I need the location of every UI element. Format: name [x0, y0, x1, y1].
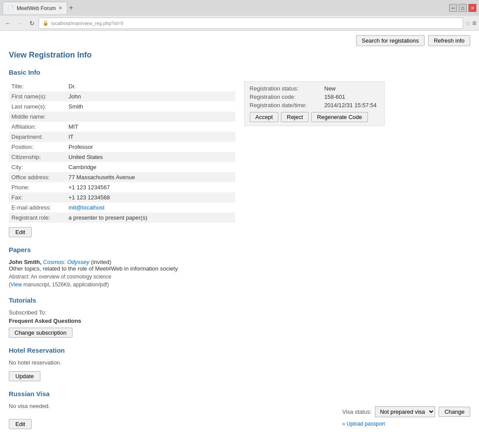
refresh-button[interactable]: ↻: [27, 19, 37, 28]
field-label-1: First name(s):: [9, 91, 66, 101]
registration-status-col: Registration status: New Registration co…: [244, 81, 471, 237]
no-hotel-text: No hotel reservation.: [9, 359, 470, 366]
reg-datetime-value: 2014/12/31 15:57:54: [324, 102, 377, 108]
tab-icon: 📄: [7, 5, 14, 11]
minimize-button[interactable]: ─: [449, 4, 457, 12]
maximize-button[interactable]: □: [459, 4, 467, 12]
lock-icon: 🔒: [43, 20, 49, 26]
paper-topic: Other topics, related to the role of Mee…: [9, 265, 470, 272]
tutorial-name: Frequent Asked Questions: [9, 318, 470, 324]
upload-passport-link[interactable]: » Upload passport: [342, 421, 385, 427]
tutorials-content: Subscribed To: Frequent Asked Questions …: [9, 309, 470, 338]
field-value-2: Smith: [66, 101, 235, 112]
visa-status-select[interactable]: Not prepared visa: [375, 406, 435, 417]
basic-info-left: Title:Dr.First name(s):JohnLast name(s):…: [9, 81, 235, 237]
field-value-1: John: [66, 91, 235, 101]
russian-visa-content: No visa needed. Edit Visa status: Not pr…: [9, 403, 470, 429]
field-label-11: Fax:: [9, 192, 66, 202]
field-label-0: Title:: [9, 81, 66, 91]
page-title: View Registration Info: [9, 51, 470, 60]
edit-basic-info-button[interactable]: Edit: [9, 227, 32, 237]
field-label-13: Registrant role:: [9, 213, 66, 223]
accept-button[interactable]: Accept: [250, 112, 279, 122]
reg-status-row: Registration status: New: [250, 85, 379, 92]
abstract-text: An overview of cosmology science: [31, 274, 111, 280]
paper-invited: (invited): [91, 259, 111, 265]
abstract-label: Abstract:: [9, 274, 29, 280]
forward-button[interactable]: →: [15, 19, 25, 28]
field-label-7: Citizenship:: [9, 152, 66, 162]
hotel-section-title: Hotel Reservation: [9, 347, 470, 354]
basic-info-table: Title:Dr.First name(s):JohnLast name(s):…: [9, 81, 235, 223]
tab-close-button[interactable]: ✕: [58, 5, 62, 11]
hotel-update-button[interactable]: Update: [9, 371, 40, 381]
field-value-4: MIT: [66, 122, 235, 132]
back-button[interactable]: ←: [3, 19, 13, 28]
browser-tab[interactable]: 📄 MeetWeb Forum ✕: [3, 2, 67, 14]
field-label-8: City:: [9, 162, 66, 172]
field-value-6: Professor: [66, 142, 235, 152]
paper-title: Cosmos: Odyssey: [43, 259, 89, 265]
reg-datetime-label: Registration date/time:: [250, 102, 320, 108]
reg-code-row: Registration code: 158-601: [250, 94, 379, 100]
address-bar[interactable]: 🔒 localhost/man/view_reg.php?id=9: [39, 18, 463, 29]
new-tab-button[interactable]: +: [69, 4, 73, 12]
subscribed-to-label: Subscribed To:: [9, 309, 470, 316]
reg-status-value: New: [324, 85, 336, 92]
paper-author: John Smith,: [9, 259, 41, 265]
visa-status-label: Visa status:: [342, 408, 371, 415]
field-value-8: Cambridge: [66, 162, 235, 172]
field-value-5: IT: [66, 132, 235, 142]
hotel-content: No hotel reservation. Update: [9, 359, 470, 381]
registration-status-box: Registration status: New Registration co…: [244, 81, 385, 126]
tab-label: MeetWeb Forum: [17, 5, 56, 11]
view-manuscript-link[interactable]: View: [11, 282, 22, 288]
field-value-12: mit@localhost: [66, 202, 235, 213]
field-value-0: Dr.: [66, 81, 235, 91]
reg-status-label: Registration status:: [250, 85, 320, 92]
visa-status-row: Visa status: Not prepared visa Change: [342, 406, 470, 417]
top-action-buttons: Search for registations Refresh info: [9, 35, 470, 46]
page-content: Search for registations Refresh info Vie…: [0, 31, 479, 448]
field-label-2: Last name(s):: [9, 101, 66, 112]
paper-abstract: Abstract: An overview of cosmology scien…: [9, 274, 470, 280]
field-label-12: E-mail address:: [9, 202, 66, 213]
field-value-9: 77 Massachusetts Avenue: [66, 172, 235, 182]
menu-icon[interactable]: ≡: [472, 19, 476, 27]
paper-author-line: John Smith, Cosmos: Odyssey (invited): [9, 259, 470, 265]
russian-visa-section-title: Russian Visa: [9, 390, 470, 397]
field-label-4: Affiliation:: [9, 122, 66, 132]
field-value-10: +1 123 1234567: [66, 182, 235, 192]
paper-entry: John Smith, Cosmos: Odyssey (invited) Ot…: [9, 259, 470, 288]
refresh-info-button[interactable]: Refresh info: [428, 35, 470, 46]
view-details: manuscript, 1526Kb, application/pdf): [22, 282, 109, 288]
reg-code-value: 158-601: [324, 94, 346, 100]
reg-code-label: Registration code:: [250, 94, 320, 100]
close-button[interactable]: ✕: [468, 4, 476, 12]
tutorials-section-title: Tutorials: [9, 296, 470, 304]
visa-edit-button[interactable]: Edit: [9, 419, 32, 429]
field-value-7: United States: [66, 152, 235, 162]
visa-change-button[interactable]: Change: [439, 407, 470, 417]
field-label-3: Middle name:: [9, 112, 66, 122]
url-text: localhost/man/view_reg.php?id=9: [51, 21, 123, 26]
no-visa-text: No visa needed.: [9, 403, 50, 409]
papers-section-title: Papers: [9, 246, 470, 253]
regenerate-code-button[interactable]: Regenerate Code: [311, 112, 368, 122]
reg-action-buttons: Accept Reject Regenerate Code: [250, 112, 379, 122]
bookmark-icon[interactable]: ☆: [465, 20, 471, 27]
basic-info-two-col: Title:Dr.First name(s):JohnLast name(s):…: [9, 81, 470, 237]
field-value-13: a presenter to present paper(s): [66, 213, 235, 223]
field-label-10: Phone:: [9, 182, 66, 192]
field-value-11: +1 123 1234568: [66, 192, 235, 202]
reject-button[interactable]: Reject: [281, 112, 309, 122]
change-subscription-button[interactable]: Change subscription: [9, 328, 72, 338]
reg-datetime-row: Registration date/time: 2014/12/31 15:57…: [250, 102, 379, 108]
search-registrations-button[interactable]: Search for registations: [356, 35, 425, 46]
field-label-6: Position:: [9, 142, 66, 152]
field-label-9: Office address:: [9, 172, 66, 182]
field-value-3: [66, 112, 235, 122]
basic-info-section-title: Basic Info: [9, 69, 470, 76]
email-link[interactable]: mit@localhost: [68, 204, 104, 211]
field-label-5: Department:: [9, 132, 66, 142]
